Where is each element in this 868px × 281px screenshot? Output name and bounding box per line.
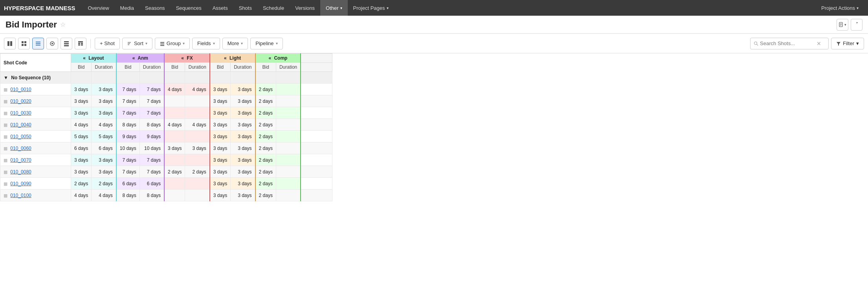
view-rows-btn[interactable]: [61, 38, 72, 49]
group-expand-icon[interactable]: ▼: [4, 75, 8, 80]
svg-point-29: [754, 42, 757, 44]
table-row: ▦ 010_0040 4 days 4 days 8 days 8 days 4…: [0, 119, 332, 131]
shot-link[interactable]: 010_0040: [10, 122, 31, 128]
layout-collapse-btn[interactable]: «: [83, 55, 86, 61]
light-collapse-btn[interactable]: «: [224, 55, 227, 61]
search-input[interactable]: [760, 40, 815, 46]
document-icon-button[interactable]: ▾: [837, 19, 848, 31]
grid-view-icon: [21, 41, 27, 46]
shot-row-icon: ▦: [4, 122, 7, 127]
nav-seasons[interactable]: Seasons: [139, 0, 171, 16]
document-icon: [839, 22, 844, 27]
shot-link[interactable]: 010_0070: [10, 157, 31, 163]
layout-group-header: « Layout: [71, 54, 116, 63]
view-grid-btn[interactable]: [18, 38, 30, 49]
fx-bid-cell: 3 days: [164, 142, 185, 154]
rows-view-icon: [64, 41, 69, 46]
anm-dur-cell: 7 days: [139, 154, 164, 166]
fields-button[interactable]: Fields ▾: [192, 38, 220, 49]
nav-overview[interactable]: Overview: [82, 0, 114, 16]
anm-collapse-btn[interactable]: «: [132, 55, 135, 61]
nav-media[interactable]: Media: [115, 0, 139, 16]
shot-code-cell: ▦ 010_0090: [0, 178, 71, 190]
nav-project-actions[interactable]: Project Actions ▾: [816, 0, 864, 16]
svg-rect-18: [78, 41, 83, 42]
shot-link[interactable]: 010_0080: [10, 169, 31, 175]
anm-bid-header: Bid: [116, 63, 140, 72]
layout-bid-cell: 6 days: [71, 142, 92, 154]
view-table-btn[interactable]: [75, 38, 86, 49]
fx-dur-cell: [185, 131, 210, 142]
comp-collapse-btn[interactable]: «: [268, 55, 271, 61]
group-dropdown-arrow: ▾: [183, 41, 185, 46]
fx-bid-cell: 2 days: [164, 166, 185, 178]
comp-dur-cell: [276, 119, 301, 131]
refresh-button[interactable]: [851, 19, 862, 31]
shot-code-cell: ▦ 010_0070: [0, 154, 71, 166]
layout-dur-cell: 3 days: [92, 95, 116, 107]
shot-link[interactable]: 010_0060: [10, 146, 31, 151]
filter-button[interactable]: Filter ▾: [831, 38, 864, 49]
nav-project-pages[interactable]: Project Pages ▾: [348, 0, 394, 16]
shot-code-cell: ▦ 010_0030: [0, 107, 71, 119]
column-groups-header: Shot Code « Layout « Anm « FX « Light: [0, 54, 332, 63]
extra-cell: [301, 131, 332, 142]
layout-bid-cell: 3 days: [71, 84, 92, 95]
shot-link[interactable]: 010_0100: [10, 193, 31, 198]
light-bid-cell: 3 days: [210, 178, 231, 190]
search-icon: [754, 41, 758, 46]
favorite-star[interactable]: ☆: [60, 21, 66, 28]
extra-cell: [301, 190, 332, 201]
fx-collapse-btn[interactable]: «: [181, 55, 184, 61]
list-view-icon: [35, 41, 41, 46]
filter-dropdown-arrow: ▾: [856, 40, 859, 46]
pipeline-button[interactable]: Pipeline ▾: [250, 38, 283, 49]
light-dur-cell: 3 days: [231, 95, 255, 107]
view-panel-btn[interactable]: [4, 38, 16, 49]
table-view-icon: [78, 41, 83, 46]
table-row: ▦ 010_0060 6 days 6 days 10 days 10 days…: [0, 142, 332, 154]
nav-other[interactable]: Other ▾: [320, 0, 348, 16]
svg-rect-7: [24, 41, 26, 43]
anm-dur-cell: 6 days: [139, 178, 164, 190]
nav-versions[interactable]: Versions: [290, 0, 320, 16]
group-button[interactable]: Group ▾: [155, 38, 190, 49]
anm-dur-cell: 8 days: [139, 190, 164, 201]
layout-bid-cell: 5 days: [71, 131, 92, 142]
shot-link[interactable]: 010_0010: [10, 87, 31, 92]
table-row: ▦ 010_0090 2 days 2 days 6 days 6 days 3…: [0, 178, 332, 190]
comp-dur-cell: [276, 190, 301, 201]
svg-rect-27: [160, 44, 164, 44]
nav-shots[interactable]: Shots: [233, 0, 257, 16]
search-box[interactable]: ✕: [750, 38, 829, 49]
table-row: ▦ 010_0050 5 days 5 days 9 days 9 days 3…: [0, 131, 332, 142]
filter-icon: [836, 41, 841, 46]
more-button[interactable]: More ▾: [222, 38, 248, 49]
nav-assets[interactable]: Assets: [207, 0, 233, 16]
comp-dur-cell: [276, 84, 301, 95]
comp-bid-cell: 2 days: [255, 142, 276, 154]
sort-dropdown-arrow: ▾: [145, 41, 147, 46]
shot-link[interactable]: 010_0050: [10, 134, 31, 139]
shot-link[interactable]: 010_0030: [10, 110, 31, 116]
group-name: No Sequence (10): [11, 75, 51, 80]
sort-button[interactable]: Sort ▾: [122, 38, 152, 49]
shot-link[interactable]: 010_0020: [10, 99, 31, 104]
anm-bid-cell: 7 days: [116, 154, 140, 166]
nav-sequences[interactable]: Sequences: [171, 0, 207, 16]
comp-bid-cell: 2 days: [255, 84, 276, 95]
table-container[interactable]: Shot Code « Layout « Anm « FX « Light: [0, 53, 868, 281]
view-circle-btn[interactable]: [46, 38, 58, 49]
extra-cell: [301, 119, 332, 131]
nav-schedule[interactable]: Schedule: [257, 0, 290, 16]
layout-bid-header: Bid: [71, 63, 92, 72]
svg-rect-6: [22, 41, 24, 43]
light-dur-cell: 3 days: [231, 107, 255, 119]
shot-link[interactable]: 010_0090: [10, 181, 31, 186]
fx-bid-cell: 4 days: [164, 119, 185, 131]
search-clear-icon[interactable]: ✕: [817, 40, 821, 47]
view-list-btn[interactable]: [32, 38, 44, 49]
add-shot-button[interactable]: + Shot: [95, 38, 120, 49]
table-row: ▦ 010_0020 3 days 3 days 7 days 7 days 3…: [0, 95, 332, 107]
comp-dur-cell: [276, 178, 301, 190]
